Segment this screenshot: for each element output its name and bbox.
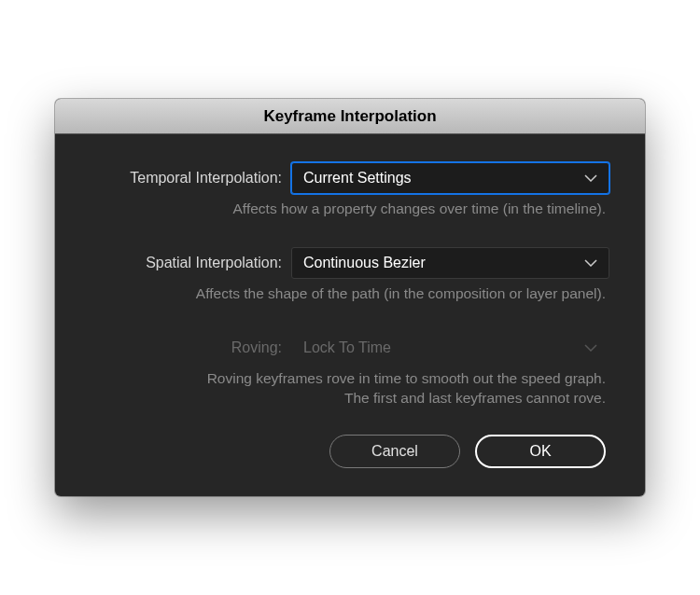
dialog-title: Keyframe Interpolation [263,107,436,126]
spatial-label: Spatial Interpolation: [91,255,291,271]
cancel-button[interactable]: Cancel [329,435,460,468]
temporal-label: Temporal Interpolation: [91,170,291,187]
roving-help-line2: The first and last keyframes cannot rove… [344,390,606,406]
ok-button[interactable]: OK [475,435,606,468]
spatial-help: Affects the shape of the path (in the co… [91,284,609,304]
roving-help: Roving keyframes rove in time to smooth … [91,369,609,408]
temporal-select-value: Current Settings [303,170,412,187]
spatial-row: Spatial Interpolation: Continuous Bezier [91,247,609,279]
chevron-down-icon [584,344,597,352]
roving-select-value: Lock To Time [303,339,391,356]
dialog-content: Temporal Interpolation: Current Settings… [55,134,645,496]
chevron-down-icon [584,259,597,267]
button-row: Cancel OK [91,435,609,472]
temporal-help: Affects how a property changes over time… [91,200,609,219]
titlebar: Keyframe Interpolation [55,99,645,134]
keyframe-interpolation-dialog: Keyframe Interpolation Temporal Interpol… [55,99,645,496]
roving-label: Roving: [91,339,291,356]
roving-select: Lock To Time [291,332,609,364]
spatial-select[interactable]: Continuous Bezier [291,247,609,279]
temporal-row: Temporal Interpolation: Current Settings [91,162,609,194]
chevron-down-icon [584,174,597,182]
roving-help-line1: Roving keyframes rove in time to smooth … [207,370,606,386]
temporal-select[interactable]: Current Settings [291,162,609,194]
spatial-select-value: Continuous Bezier [303,255,426,271]
roving-row: Roving: Lock To Time [91,332,609,364]
